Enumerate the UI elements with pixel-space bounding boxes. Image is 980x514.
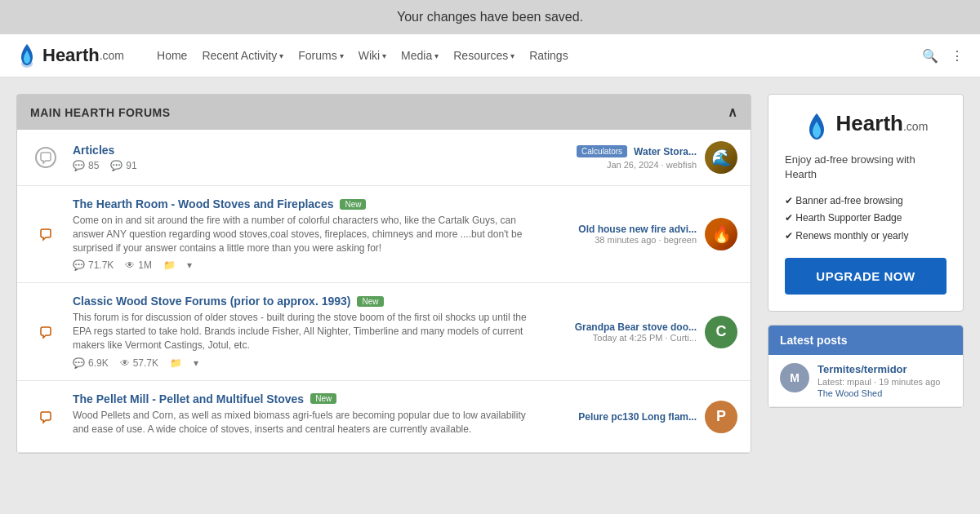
comments-stat: 💬 71.7K	[73, 259, 114, 271]
forums-panel: MAIN HEARTH FORUMS ∧ Articles 💬 85	[16, 94, 751, 454]
latest-post-title[interactable]: Termites/termidor	[817, 363, 951, 375]
dropdown-icon[interactable]: ▾	[194, 357, 198, 369]
caret-icon: ▾	[382, 51, 386, 60]
forum-content-pellet-mill: The Pellet Mill - Pellet and Multifuel S…	[73, 392, 530, 441]
avatar-articles: 🌊	[705, 141, 737, 174]
comment-icon: 💬	[73, 357, 85, 369]
comments-stat: 💬 6.9K	[73, 357, 109, 369]
latest-meta-articles: Jan 26, 2024 · webfish	[577, 160, 697, 170]
nav-ratings[interactable]: Ratings	[529, 49, 568, 62]
chat-icon	[34, 146, 57, 169]
svg-point-1	[36, 148, 56, 167]
views-stat: 💬 91	[110, 160, 136, 171]
calculators-badge: Calculators	[577, 145, 627, 157]
panel-title: MAIN HEARTH FORUMS	[30, 106, 171, 119]
forum-desc-pellet-mill: Wood Pellets and Corn, as well as mixed …	[73, 409, 530, 436]
forum-desc-classic-wood: This forum is for discussion of older st…	[73, 311, 530, 352]
navigation-bar: Hearth.com Home Recent Activity ▾ Forums…	[0, 34, 980, 78]
site-logo[interactable]: Hearth.com	[16, 42, 124, 69]
upgrade-logo-suffix: .com	[903, 120, 928, 133]
views-stat: 👁 1M	[125, 259, 152, 271]
nav-wiki[interactable]: Wiki ▾	[359, 49, 386, 62]
views-icon: 👁	[120, 357, 130, 369]
chat-icon	[34, 223, 57, 246]
avatar-hearth-room: 🔥	[705, 218, 737, 250]
caret-icon: ▾	[510, 51, 514, 60]
upgrade-button[interactable]: UPGRADE NOW	[785, 258, 947, 295]
latest-title-pellet-mill[interactable]: Pelure pc130 Long flam...	[578, 411, 697, 423]
upgrade-description: Enjoy ad-free browsing with Hearth	[785, 153, 947, 182]
forum-stats-classic-wood: 💬 6.9K 👁 57.7K 📁 ▾	[73, 357, 530, 369]
forum-title-classic-wood[interactable]: Classic Wood Stove Forums (prior to appr…	[73, 295, 530, 308]
menu-icon[interactable]: ⋮	[951, 48, 964, 64]
latest-meta-hearth-room: 38 minutes ago · begreen	[578, 235, 697, 245]
caret-icon: ▾	[434, 51, 439, 60]
forum-stats-hearth-room: 💬 71.7K 👁 1M 📁 ▾	[73, 259, 530, 271]
forum-icon-hearth-room	[30, 219, 61, 250]
caret-icon: ▾	[279, 51, 283, 60]
latest-post-info: Termites/termidor Latest: mpaul · 19 min…	[817, 363, 951, 398]
hearth-logo-flame	[804, 112, 830, 143]
save-message: Your changes have been saved.	[397, 10, 583, 24]
comment-icon: 💬	[73, 259, 85, 271]
latest-meta-classic-wood: Today at 4:25 PM · Curti...	[575, 333, 697, 343]
forum-stats-articles: 💬 85 💬 91	[73, 160, 530, 171]
nav-resources[interactable]: Resources ▾	[453, 49, 514, 62]
nav-forums[interactable]: Forums ▾	[298, 49, 343, 62]
dropdown-icon[interactable]: ▾	[187, 259, 192, 271]
flame-icon	[16, 42, 38, 69]
forum-content-articles: Articles 💬 85 💬 91	[73, 144, 530, 171]
latest-tags: Calculators Water Stora...	[577, 145, 697, 157]
search-icon[interactable]: 🔍	[922, 48, 938, 64]
feature-2: ✔ Hearth Supporter Badge	[785, 210, 947, 228]
folder-icon: 📁	[170, 357, 182, 369]
forum-row-pellet-mill: The Pellet Mill - Pellet and Multifuel S…	[17, 381, 751, 454]
collapse-icon[interactable]: ∧	[728, 104, 738, 120]
forum-row-articles: Articles 💬 85 💬 91 Calculators	[17, 130, 751, 186]
forum-content-classic-wood: Classic Wood Stove Forums (prior to appr…	[73, 295, 530, 368]
nav-home[interactable]: Home	[157, 49, 187, 62]
forum-latest-classic-wood: Grandpa Bear stove doo... Today at 4:25 …	[541, 316, 737, 348]
new-badge-pellet-mill: New	[310, 393, 336, 404]
nav-links: Home Recent Activity ▾ Forums ▾ Wiki ▾ M…	[157, 49, 906, 62]
forum-icon-pellet-mill	[30, 401, 61, 432]
forum-row-hearth-room: The Hearth Room - Wood Stoves and Firepl…	[17, 186, 751, 283]
new-badge-classic-wood: New	[357, 296, 383, 307]
right-sidebar: Hearth.com Enjoy ad-free browsing with H…	[768, 94, 964, 454]
latest-info-pellet-mill: Pelure pc130 Long flam...	[578, 411, 697, 423]
latest-posts-header: Latest posts	[768, 326, 963, 355]
logo-text: Hearth	[42, 45, 100, 66]
latest-title-hearth-room[interactable]: Old house new fire advi...	[578, 224, 697, 235]
avatar-classic-wood: C	[705, 316, 737, 348]
nav-media[interactable]: Media ▾	[401, 49, 439, 62]
latest-title-classic-wood[interactable]: Grandpa Bear stove doo...	[575, 321, 697, 333]
caret-icon: ▾	[340, 51, 344, 60]
avatar-pellet-mill: P	[705, 401, 737, 433]
upgrade-logo-text: Hearth	[836, 111, 903, 135]
chat-icon	[34, 405, 57, 428]
save-notification: Your changes have been saved.	[0, 0, 980, 34]
nav-action-icons: 🔍 ⋮	[922, 48, 964, 64]
forum-icon-articles	[30, 142, 61, 173]
feature-3: ✔ Renews monthly or yearly	[785, 228, 947, 246]
forum-title-hearth-room[interactable]: The Hearth Room - Wood Stoves and Firepl…	[73, 197, 530, 210]
latest-title-articles[interactable]: Water Stora...	[634, 146, 697, 157]
latest-post-meta: Latest: mpaul · 19 minutes ago	[817, 377, 951, 387]
forum-title-articles[interactable]: Articles	[73, 144, 530, 157]
panel-header: MAIN HEARTH FORUMS ∧	[17, 95, 751, 130]
forum-latest-hearth-room: Old house new fire advi... 38 minutes ag…	[541, 218, 737, 250]
forum-row-classic-wood: Classic Wood Stove Forums (prior to appr…	[17, 283, 751, 380]
latest-info-articles: Calculators Water Stora... Jan 26, 2024 …	[577, 145, 697, 170]
upgrade-logo: Hearth.com	[785, 111, 947, 143]
upgrade-card: Hearth.com Enjoy ad-free browsing with H…	[768, 94, 964, 312]
main-layout: MAIN HEARTH FORUMS ∧ Articles 💬 85	[0, 78, 980, 470]
feature-1: ✔ Banner ad-free browsing	[785, 193, 947, 210]
logo-suffix: .com	[100, 49, 124, 62]
latest-post-item: M Termites/termidor Latest: mpaul · 19 m…	[768, 355, 963, 407]
forum-title-pellet-mill[interactable]: The Pellet Mill - Pellet and Multifuel S…	[73, 392, 530, 405]
nav-recent-activity[interactable]: Recent Activity ▾	[202, 49, 283, 62]
new-badge-hearth-room: New	[340, 199, 366, 210]
latest-post-subforum[interactable]: The Wood Shed	[817, 388, 951, 398]
chat-icon	[34, 321, 57, 343]
folder-icon: 📁	[163, 259, 176, 271]
